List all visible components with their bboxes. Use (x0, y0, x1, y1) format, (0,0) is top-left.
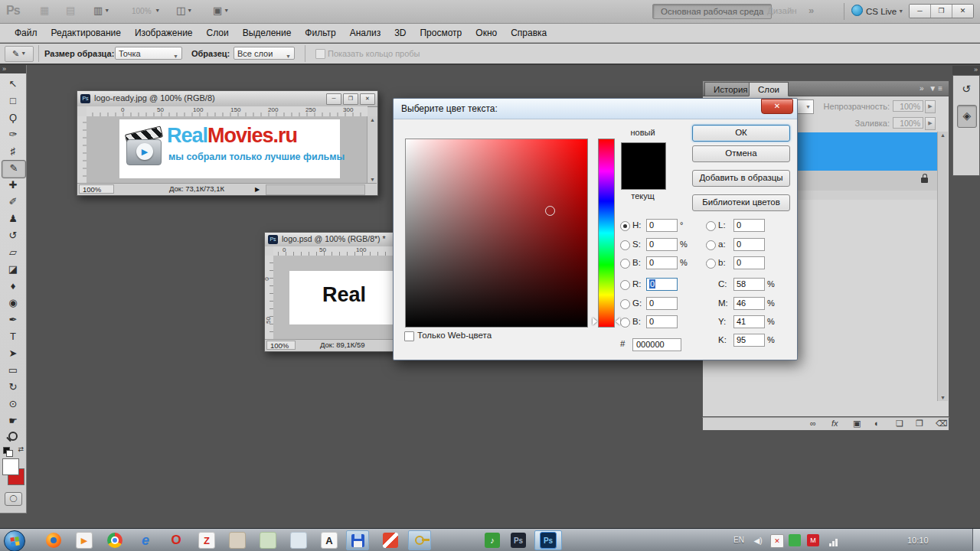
h-input[interactable]: 0 (646, 219, 678, 232)
language-indicator[interactable]: EN (733, 536, 744, 544)
layer-mask-icon[interactable]: ▣ (853, 419, 861, 429)
minimize-button[interactable]: ─ (326, 93, 341, 105)
taskbar-green-app[interactable]: ♪ (481, 530, 504, 550)
foreground-color-swatch[interactable] (2, 458, 19, 475)
taskbar-internet-explorer[interactable]: e (134, 530, 157, 550)
collapse-panel-icon[interactable]: » (920, 84, 926, 93)
volume-icon[interactable]: ◀) (752, 534, 764, 546)
taskbar-opera[interactable]: O (165, 530, 188, 550)
close-button[interactable]: ✕ (952, 5, 973, 18)
menu-help[interactable]: Справка (504, 28, 554, 38)
taskbar-app-1[interactable] (226, 530, 249, 550)
b2-input[interactable]: 0 (646, 315, 678, 328)
document-viewport[interactable]: ▶ RealMovies.ru мы собрали только лучшие… (87, 116, 368, 183)
menu-file[interactable]: Файл (8, 28, 44, 38)
adjustment-layer-icon[interactable]: ◐ (874, 419, 880, 428)
fill-value[interactable]: 100% (893, 117, 923, 129)
a-radio[interactable] (706, 240, 716, 250)
antivirus-icon[interactable] (789, 534, 801, 546)
status-zoom[interactable]: 100% (79, 184, 114, 194)
b-radio[interactable] (620, 259, 630, 269)
show-sample-ring-checkbox[interactable] (315, 49, 325, 59)
pen-tool[interactable]: ✒ (2, 311, 24, 328)
taskbar-media-player[interactable]: ▶ (73, 530, 96, 550)
hex-input[interactable]: 000000 (632, 338, 681, 351)
l-input[interactable]: 0 (733, 219, 765, 232)
h-radio[interactable] (620, 221, 630, 231)
taskbar-photoshop-active[interactable]: Ps (534, 530, 562, 550)
action-center-icon[interactable]: ✕ (770, 534, 784, 548)
show-desktop-button[interactable] (972, 529, 980, 551)
b2-radio[interactable] (620, 318, 630, 328)
r-input[interactable]: 0 (646, 278, 678, 291)
move-tool[interactable]: ↖ (2, 76, 24, 93)
b-input[interactable]: 0 (646, 256, 678, 269)
panel-menu-icon[interactable]: ▼≡ (929, 84, 944, 93)
clock[interactable]: 10:10 (907, 536, 929, 545)
mini-bridge-icon[interactable]: ▤ (66, 5, 75, 16)
restore-button[interactable]: ❐ (930, 5, 952, 18)
3d-rotate-tool[interactable]: ↻ (2, 379, 24, 396)
3d-orbit-tool[interactable]: ⊙ (2, 396, 24, 412)
dialog-title-bar[interactable]: Выберите цвет текста: (394, 99, 797, 119)
lab-b-input[interactable]: 0 (733, 256, 765, 269)
shape-tool[interactable]: ▭ (2, 362, 24, 379)
c-input[interactable]: 58 (733, 278, 765, 291)
hue-slider-marker-left[interactable] (593, 318, 597, 325)
bridge-icon[interactable]: ▦ (40, 5, 49, 16)
swap-colors-icon[interactable]: ⇄ (18, 445, 24, 453)
dock-collapse-icon[interactable]: » (952, 66, 980, 75)
color-field[interactable] (405, 139, 588, 328)
gradient-tool[interactable]: ◪ (2, 261, 24, 278)
menu-filter[interactable]: Фильтр (298, 28, 342, 38)
menu-3d[interactable]: 3D (387, 28, 413, 38)
crop-tool[interactable]: ♯ (2, 143, 24, 160)
healing-brush-tool[interactable]: ✚ (2, 177, 24, 194)
workspace-button-design[interactable]: Дизайн (767, 6, 797, 15)
scroll-up-icon[interactable]: ▲ (938, 132, 948, 138)
delete-layer-icon[interactable]: ⌫ (936, 419, 948, 429)
quick-selection-tool[interactable]: ✑ (2, 126, 24, 143)
history-panel-icon[interactable]: ↺ (957, 80, 975, 99)
screen-mode-icon[interactable]: ▣▼ (213, 5, 229, 16)
rect-marquee-tool[interactable]: □ (2, 93, 24, 109)
vertical-scrollbar[interactable]: ▲ ▼ (367, 116, 377, 183)
menu-image[interactable]: Изображение (128, 28, 200, 38)
zoom-tool[interactable] (2, 429, 24, 446)
fill-slider-icon[interactable]: ▶ (925, 117, 936, 130)
hue-slider[interactable] (598, 139, 615, 328)
clone-stamp-tool[interactable]: ♟ (2, 210, 24, 227)
color-libraries-button[interactable]: Библиотеки цветов (692, 194, 790, 211)
document-viewport[interactable]: Real (273, 256, 399, 340)
zoom-level-control[interactable]: 100% ▼ (132, 7, 160, 15)
dodge-tool[interactable]: ◉ (2, 295, 24, 311)
color-field-marker[interactable] (545, 206, 555, 216)
a-input[interactable]: 0 (733, 238, 765, 251)
menu-layers[interactable]: Слои (200, 28, 236, 38)
path-selection-tool[interactable]: ➤ (2, 345, 24, 362)
layer-style-icon[interactable]: fx (831, 419, 838, 428)
s-radio[interactable] (620, 240, 630, 250)
canvas[interactable]: Real (289, 271, 399, 324)
taskbar-z-app[interactable]: Z (195, 530, 218, 550)
opacity-value[interactable]: 100% (893, 100, 923, 112)
quick-mask-button[interactable]: ◯ (5, 492, 22, 506)
document-title-bar[interactable]: Ps logo.psd @ 100% (RGB/8*) * (265, 233, 399, 247)
taskbar-a-app[interactable]: A (318, 530, 341, 550)
menu-window[interactable]: Окно (469, 28, 504, 38)
web-colors-checkbox[interactable] (404, 331, 414, 341)
dialog-close-button[interactable]: ✕ (761, 99, 793, 114)
menu-select[interactable]: Выделение (236, 28, 299, 38)
workspace-button-main[interactable]: Основная рабочая среда (652, 4, 772, 19)
k-input[interactable]: 95 (733, 334, 765, 347)
adobe-m-icon[interactable]: M (807, 534, 819, 546)
g-input[interactable]: 0 (646, 297, 678, 310)
status-menu-icon[interactable]: ▶ (255, 186, 260, 193)
maximize-button[interactable]: ❐ (343, 93, 358, 105)
hand-tool[interactable]: ☛ (2, 412, 24, 429)
taskbar-adobe-app[interactable] (379, 530, 402, 550)
eyedropper-tool[interactable]: ✎ (2, 160, 26, 178)
tool-preset-picker[interactable]: ✎▼ (5, 46, 34, 62)
scroll-up-icon[interactable]: ▲ (368, 117, 377, 122)
brush-tool[interactable]: ✐ (2, 194, 24, 210)
